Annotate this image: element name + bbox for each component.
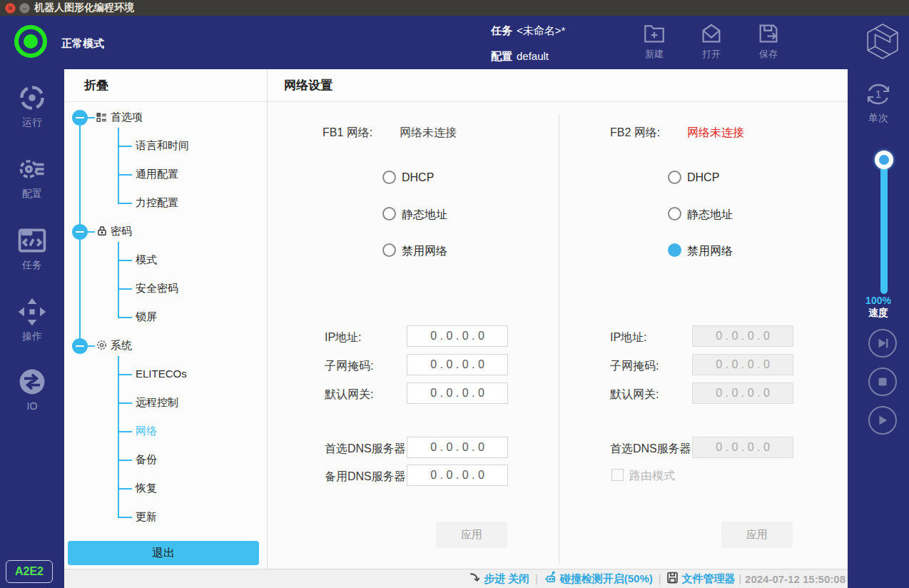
tree-collapse-toggle[interactable] xyxy=(72,224,88,240)
tree-connector-line xyxy=(118,242,119,318)
open-envelope-icon xyxy=(689,21,734,46)
tree-item-lock-screen[interactable]: 锁屏 xyxy=(136,310,157,324)
file-manager-label: 文件管理器 xyxy=(681,572,735,586)
fb1-disable-radio[interactable] xyxy=(382,243,396,257)
preferences-icon xyxy=(96,111,108,126)
fb1-dhcp-label[interactable]: DHCP xyxy=(402,171,434,184)
run-cycle-button[interactable]: 1 单次 xyxy=(848,78,909,125)
code-window-icon xyxy=(0,225,64,256)
collapse-all-button[interactable]: 折叠 xyxy=(84,77,108,93)
tree-item-preferences[interactable]: 首选项 xyxy=(111,111,143,124)
tree-item-force-config[interactable]: 力控配置 xyxy=(136,196,178,210)
nav-item-operate[interactable]: 操作 xyxy=(0,296,64,343)
tree-connector-line xyxy=(118,317,132,318)
fb1-dns1-input[interactable] xyxy=(407,437,508,458)
open-task-button[interactable]: 打开 xyxy=(689,21,734,61)
fb1-mask-input[interactable] xyxy=(407,354,508,375)
fb1-dns2-label: 备用DNS服务器: xyxy=(325,470,409,485)
fb2-dhcp-radio[interactable] xyxy=(668,171,681,184)
fb1-ip-input[interactable] xyxy=(407,325,508,347)
right-control-bar: 1 单次 100% 速度 xyxy=(848,69,909,588)
fb1-static-radio[interactable] xyxy=(382,207,396,220)
fb2-network-label: FB2 网络: xyxy=(610,126,660,141)
stop-button[interactable] xyxy=(868,368,897,396)
header: 正常模式 任务 <未命名>* 配置 default 新建 打开 xyxy=(0,16,909,69)
tree-item-safety-password[interactable]: 安全密码 xyxy=(136,282,178,295)
robot-icon xyxy=(544,571,560,587)
tree-connector-line xyxy=(118,431,132,432)
fb1-static-label[interactable]: 静态地址 xyxy=(402,208,447,223)
nav-item-task[interactable]: 任务 xyxy=(0,225,64,272)
nav-item-config[interactable]: 配置 xyxy=(0,153,64,201)
cycle-count-value: 1 xyxy=(848,88,909,100)
fb2-static-label[interactable]: 静态地址 xyxy=(687,208,733,223)
robot-mode-indicator-icon[interactable] xyxy=(14,25,47,58)
tree-connector-line xyxy=(118,488,132,490)
fb1-apply-button[interactable]: 应用 xyxy=(436,522,507,548)
tree-item-remote-control[interactable]: 远程控制 xyxy=(136,396,178,410)
tree-item-mode[interactable]: 模式 xyxy=(136,253,157,267)
tree-item-update[interactable]: 更新 xyxy=(136,510,157,524)
step-mode-toggle[interactable]: 步进 关闭 xyxy=(469,572,529,586)
tree-connector-line xyxy=(118,517,132,518)
minimize-icon[interactable]: – xyxy=(19,3,30,14)
play-button[interactable] xyxy=(868,406,897,435)
tree-item-system[interactable]: 系统 xyxy=(111,339,132,353)
speed-slider-handle[interactable] xyxy=(875,151,893,169)
tree-connector-line xyxy=(88,345,95,347)
status-badge: A2E2 xyxy=(6,560,53,583)
new-task-button[interactable]: 新建 xyxy=(631,21,677,61)
task-value: <未命名>* xyxy=(517,24,565,38)
system-timestamp: 2024-07-12 15:50:08 xyxy=(745,573,845,585)
fb2-dhcp-label[interactable]: DHCP xyxy=(687,171,719,184)
tree-item-elitecos[interactable]: ELITECOs xyxy=(136,368,187,380)
tree-connector-line xyxy=(118,174,132,176)
fb1-dns2-input[interactable] xyxy=(407,465,508,486)
settings-tree-panel: 折叠 首选项 语言和时间 通用配置 力控配置 xyxy=(64,69,268,569)
tree-panel-header: 折叠 xyxy=(64,69,267,102)
column-divider xyxy=(559,114,559,564)
collision-detection-label: 碰撞检测开启(50%) xyxy=(560,572,653,586)
tree-item-network-selected[interactable]: 网络 xyxy=(136,425,157,438)
file-manager-button[interactable]: 文件管理器 xyxy=(666,572,735,586)
fb2-network-status: 网络未连接 xyxy=(687,126,744,141)
io-arrows-icon xyxy=(0,366,64,397)
fb1-dhcp-radio[interactable] xyxy=(382,171,396,184)
mode-label: 正常模式 xyxy=(61,37,104,51)
nav-item-run[interactable]: 运行 xyxy=(0,82,64,129)
left-nav-rail: 运行 配置 任务 xyxy=(0,69,64,588)
new-folder-icon xyxy=(631,21,677,46)
task-label: 任务 xyxy=(491,24,512,38)
fb2-mask-label: 子网掩码: xyxy=(610,359,659,374)
nav-label-run: 运行 xyxy=(0,116,64,129)
tree-collapse-toggle[interactable] xyxy=(72,338,88,354)
close-icon[interactable]: ✕ xyxy=(5,3,16,14)
brand-logo-icon xyxy=(865,21,900,64)
save-task-button[interactable]: 保存 xyxy=(746,21,791,61)
fb2-static-radio[interactable] xyxy=(668,207,681,220)
fb1-gateway-input[interactable] xyxy=(407,382,508,404)
nav-label-io: IO xyxy=(0,400,64,412)
fb2-apply-button[interactable]: 应用 xyxy=(721,522,793,548)
status-bar: 步进 关闭 | 碰撞检测开启(50%) | xyxy=(64,569,848,588)
window-title: 机器人图形化编程环境 xyxy=(34,1,134,14)
fb2-disable-label[interactable]: 禁用网络 xyxy=(687,244,733,259)
collision-detection-toggle[interactable]: 碰撞检测开启(50%) xyxy=(544,571,653,587)
tree-item-restore[interactable]: 恢复 xyxy=(136,482,157,495)
tree-item-password[interactable]: 密码 xyxy=(111,225,132,238)
open-task-label: 打开 xyxy=(689,48,734,61)
tree-collapse-toggle[interactable] xyxy=(72,110,88,126)
fb2-gateway-input xyxy=(692,382,793,404)
fb1-disable-label[interactable]: 禁用网络 xyxy=(402,244,447,259)
tree-item-language-time[interactable]: 语言和时间 xyxy=(136,139,189,153)
step-forward-button[interactable] xyxy=(868,329,897,358)
tree-connector-line xyxy=(118,374,132,375)
tree-item-general-config[interactable]: 通用配置 xyxy=(136,168,178,181)
exit-button[interactable]: 退出 xyxy=(68,541,259,565)
fb2-disable-radio[interactable] xyxy=(668,243,681,257)
tree-item-backup[interactable]: 备份 xyxy=(136,453,157,467)
speed-slider-track[interactable] xyxy=(880,160,888,294)
nav-item-io[interactable]: IO xyxy=(0,366,64,412)
run-target-icon xyxy=(0,82,64,113)
separator: | xyxy=(535,573,538,584)
